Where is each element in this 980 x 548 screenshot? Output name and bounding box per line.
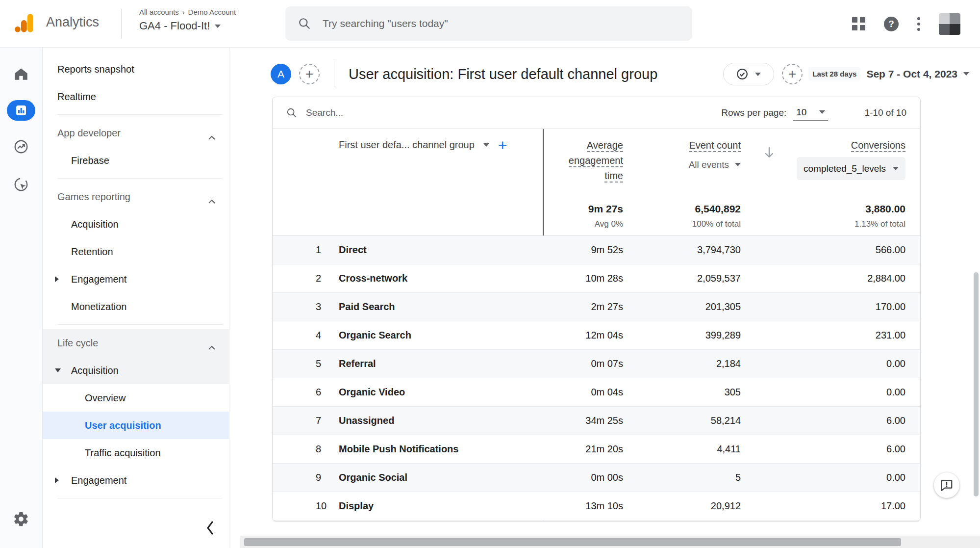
rows-per-page-select[interactable]: 10	[793, 105, 828, 121]
channel-name[interactable]: Organic Search	[339, 330, 411, 341]
channel-name[interactable]: Cross-network	[339, 273, 407, 284]
avg-engagement-value: 9m 52s	[591, 244, 623, 256]
global-search[interactable]	[285, 6, 692, 41]
channel-name[interactable]: Organic Video	[339, 387, 405, 398]
advertising-icon[interactable]	[13, 177, 29, 194]
search-icon	[286, 107, 297, 118]
sidebar-item-traffic-acquisition[interactable]: Traffic acquisition	[43, 439, 229, 467]
sidebar-item-engagement[interactable]: Engagement	[43, 265, 229, 293]
report-status-button[interactable]	[723, 63, 774, 85]
sidebar-item-engagement-lifecycle[interactable]: Engagement	[43, 467, 229, 494]
conversions-value: 6.00	[886, 444, 905, 455]
expand-triangle-icon[interactable]	[55, 477, 59, 483]
sidebar-item-realtime[interactable]: Realtime	[43, 83, 229, 110]
totals-row: 9m 27s Avg 0% 6,540,892 100% of total 3,…	[273, 197, 920, 236]
divider	[57, 114, 222, 115]
conversion-event-select[interactable]: completed_5_levels	[797, 157, 905, 180]
report-owner-avatar[interactable]: A	[271, 64, 291, 84]
search-icon	[298, 17, 311, 30]
user-avatar[interactable]	[939, 13, 960, 35]
help-icon[interactable]: ?	[884, 17, 899, 31]
event-count-value: 20,912	[711, 500, 741, 512]
sidebar-item-retention[interactable]: Retention	[43, 238, 229, 265]
table-row[interactable]: 4 Organic Search 12m 04s 399,289 231.00	[273, 321, 920, 350]
row-rank: 4	[316, 330, 321, 341]
sidebar-item-reports-snapshot[interactable]: Reports snapshot	[43, 55, 229, 83]
collapse-chevron-icon[interactable]	[205, 520, 214, 538]
property-selector[interactable]: GA4 - Flood-It!	[139, 20, 221, 32]
add-collaborator-button[interactable]: +	[299, 64, 320, 84]
sidebar-item-user-acquisition[interactable]: User acquisition	[43, 412, 229, 439]
table-row[interactable]: 7 Unassigned 34m 25s 58,214 6.00	[273, 407, 920, 435]
event-count-value: 5	[735, 472, 741, 483]
avg-engagement-value: 0m 07s	[591, 358, 623, 369]
date-range-picker[interactable]: Last 28 days Sep 7 - Oct 4, 2023	[808, 67, 969, 80]
event-count-value: 58,214	[711, 415, 741, 426]
vertical-scrollbar[interactable]	[974, 272, 979, 496]
grid-icon[interactable]	[852, 17, 865, 30]
report-nav-list: Reports snapshot Realtime App developer …	[43, 48, 229, 510]
horizontal-scrollbar-thumb[interactable]	[244, 538, 901, 546]
channel-name[interactable]: Paid Search	[339, 301, 395, 313]
event-count-value: 305	[725, 387, 741, 398]
dimension-header[interactable]: First user defa... channel group +	[339, 139, 507, 151]
kebab-menu-icon[interactable]	[917, 17, 920, 31]
pagination-range: 1-10 of 10	[864, 107, 906, 118]
sidebar-item-acquisition-lifecycle[interactable]: Acquisition	[43, 357, 229, 384]
row-rank: 2	[316, 273, 321, 284]
conversions-value: 0.00	[886, 358, 905, 369]
channel-name[interactable]: Unassigned	[339, 415, 394, 426]
settings-gear-icon[interactable]	[13, 511, 29, 529]
sidebar-item-firebase[interactable]: Firebase	[43, 147, 229, 174]
column-header-event-count[interactable]: Event count All events	[689, 138, 741, 172]
breadcrumb-current[interactable]: Demo Account	[188, 8, 236, 16]
sidebar-section-games-reporting[interactable]: Games reporting	[43, 183, 229, 210]
table-row[interactable]: 1 Direct 9m 52s 3,794,730 566.00	[273, 236, 920, 264]
breadcrumb[interactable]: All accounts › Demo Account	[139, 8, 236, 16]
sidebar-item-monetization[interactable]: Monetization	[43, 293, 229, 320]
event-count-value: 201,305	[705, 301, 741, 313]
table-row[interactable]: 3 Paid Search 2m 27s 201,305 170.00	[273, 293, 920, 321]
table-search-input[interactable]	[306, 107, 453, 118]
sort-descending-icon[interactable]	[764, 146, 775, 161]
chevron-down-icon	[215, 25, 221, 28]
add-dimension-icon[interactable]: +	[498, 140, 507, 150]
sidebar-section-life-cycle[interactable]: Life cycle	[43, 329, 229, 357]
column-header-conversions[interactable]: Conversions completed_5_levels	[797, 138, 905, 180]
sidebar-item-acquisition[interactable]: Acquisition	[43, 210, 229, 238]
avg-engagement-value: 0m 04s	[591, 387, 623, 398]
total-event-count: 6,540,892 100% of total	[692, 203, 741, 229]
conversions-value: 0.00	[886, 387, 905, 398]
table-row[interactable]: 5 Referral 0m 07s 2,184 0.00	[273, 350, 920, 378]
home-icon[interactable]	[13, 65, 29, 84]
channel-name[interactable]: Referral	[339, 358, 376, 369]
chevron-down-icon	[483, 143, 489, 147]
sidebar-section-app-developer[interactable]: App developer	[43, 119, 229, 147]
event-filter-select[interactable]: All events	[689, 157, 741, 172]
sidebar-item-overview[interactable]: Overview	[43, 384, 229, 412]
avg-engagement-value: 12m 04s	[585, 330, 623, 341]
table-row[interactable]: 6 Organic Video 0m 04s 305 0.00	[273, 378, 920, 407]
table-row[interactable]: 2 Cross-network 10m 28s 2,059,537 2,884.…	[273, 264, 920, 293]
global-search-input[interactable]	[323, 18, 617, 29]
channel-name[interactable]: Mobile Push Notifications	[339, 444, 458, 455]
reports-icon[interactable]	[7, 100, 35, 121]
add-comparison-button[interactable]: +	[782, 64, 803, 84]
channel-name[interactable]: Organic Social	[339, 472, 407, 483]
sidebar-item-monetization-lifecycle[interactable]: Monetization	[43, 503, 229, 510]
chevron-down-icon	[893, 167, 899, 170]
table-row[interactable]: 10 Display 13m 10s 20,912 17.00	[273, 492, 920, 521]
expand-triangle-icon[interactable]	[55, 276, 59, 282]
table-row[interactable]: 9 Organic Social 0m 00s 5 0.00	[273, 464, 920, 492]
channel-name[interactable]: Display	[339, 500, 374, 512]
explore-icon[interactable]	[13, 139, 29, 157]
collapse-triangle-icon[interactable]	[55, 368, 61, 372]
channel-name[interactable]: Direct	[339, 244, 367, 256]
column-header-avg-engagement[interactable]: Average engagement time	[569, 138, 623, 183]
main-content: A + User acquisition: First user default…	[229, 48, 980, 548]
table-row[interactable]: 8 Mobile Push Notifications 21m 20s 4,41…	[273, 435, 920, 464]
horizontal-scrollbar-track[interactable]	[240, 536, 980, 548]
breadcrumb-all-accounts[interactable]: All accounts	[139, 8, 179, 16]
feedback-button[interactable]	[934, 472, 959, 498]
event-count-value: 2,059,537	[697, 273, 741, 284]
